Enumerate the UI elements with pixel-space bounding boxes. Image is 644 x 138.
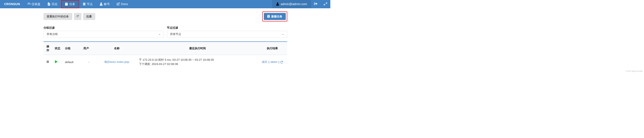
node-filter-value: 所有节点 (170, 32, 181, 36)
svg-rect-2 (85, 5, 86, 5)
result-status-link[interactable]: 成功 (262, 60, 267, 64)
main-content: 查看执行中的任务 批量 新建任务 分组过滤 所有分组 (0, 8, 330, 69)
settings-button[interactable] (320, 0, 330, 8)
user-email: admin@admin.com (281, 2, 307, 6)
cell-user: - (82, 55, 96, 69)
nav-account[interactable]: 账号 (96, 0, 113, 8)
tasks-table-wrap: 操作 状态 分组 用户 名称 最近执行时间 执行结果 (44, 41, 287, 69)
node-filter-dropdown[interactable]: 所有节点 (167, 31, 287, 38)
nav-nodes[interactable]: 节点 (79, 0, 96, 8)
file-icon (48, 2, 50, 5)
view-running-tasks-label: 查看执行中的任务 (47, 15, 69, 18)
th-group: 分组 (63, 42, 82, 55)
nav-tasks-label: 任务 (69, 2, 75, 6)
batch-button[interactable]: 批量 (83, 13, 95, 20)
bars-icon[interactable] (46, 61, 49, 64)
dashboard-icon (28, 2, 30, 5)
nav-logs-label: 日志 (52, 2, 58, 6)
group-filter-label: 分组过滤 (44, 26, 164, 30)
batch-label: 批量 (86, 15, 92, 18)
refresh-button[interactable] (74, 13, 82, 20)
sitemap-icon (83, 2, 86, 5)
nav-docs-label: Docs (121, 2, 128, 6)
nav-dashboard-label: 仪表盘 (32, 2, 40, 6)
brand-logo: CRONSUN (0, 2, 24, 6)
node-filter: 节点过滤 所有节点 (167, 26, 287, 38)
create-task-label: 新建任务 (271, 15, 282, 18)
view-running-tasks-button[interactable]: 查看执行中的任务 (44, 13, 72, 20)
th-status: 状态 (53, 42, 63, 55)
th-op: 操作 (44, 42, 53, 55)
table-row: default - 项目test1-index.php 于 172.23.0.1… (44, 55, 287, 69)
tasks-table: 操作 状态 分组 用户 名称 最近执行时间 执行结果 (44, 42, 287, 69)
logout-button[interactable] (311, 0, 320, 8)
nav-nodes-label: 节点 (87, 2, 93, 6)
group-filter-dropdown[interactable]: 所有分组 (44, 31, 164, 38)
create-task-highlight: 新建任务 (262, 11, 287, 21)
nav-account-label: 账号 (104, 2, 110, 6)
top-navigation: CRONSUN 仪表盘 日志 任务 节点 账号 Docs (0, 0, 330, 8)
calendar-icon (65, 2, 68, 5)
result-latest-link[interactable]: latest (270, 60, 277, 64)
caret-down-icon (282, 33, 284, 36)
th-result: 执行结果 (258, 42, 287, 55)
group-filter-value: 所有分组 (47, 32, 58, 36)
caret-down-icon (159, 33, 160, 36)
nav-tasks[interactable]: 任务 (61, 0, 79, 8)
nav-dashboard[interactable]: 仪表盘 (24, 0, 44, 8)
th-name: 名称 (96, 42, 138, 55)
task-name-link[interactable]: 项目test1-index.php (104, 60, 129, 64)
nav-docs[interactable]: Docs (113, 0, 132, 8)
cogs-icon (324, 2, 327, 6)
pipe-separator: | (278, 60, 280, 64)
last-exec-line2: 下个调度: 2024-03-27 02:08:36 (139, 62, 256, 66)
th-user: 用户 (82, 42, 96, 55)
refresh-icon (76, 15, 79, 18)
svg-rect-0 (84, 3, 84, 3)
user-icon (100, 2, 103, 5)
table-header-row: 操作 状态 分组 用户 名称 最近执行时间 执行结果 (44, 42, 287, 55)
node-filter-label: 节点过滤 (167, 26, 287, 30)
external-link-icon (117, 2, 120, 5)
toolbar: 查看执行中的任务 批量 新建任务 (44, 11, 287, 21)
create-task-button[interactable]: 新建任务 (264, 13, 286, 20)
pipe-separator: | (268, 60, 270, 64)
sign-out-icon (314, 2, 317, 6)
calendar-plus-icon (267, 15, 270, 18)
user-icon (276, 2, 279, 5)
user-menu[interactable]: admin@admin.com (272, 0, 311, 8)
nav-right: admin@admin.com (272, 0, 330, 8)
play-icon[interactable] (55, 61, 58, 64)
last-exec-line1: 于 172.23.0.10 耗时 5 ms, 03-27 10:08:35 ~ … (139, 58, 256, 62)
group-filter: 分组过滤 所有分组 (44, 26, 164, 38)
filters: 分组过滤 所有分组 节点过滤 所有节点 (44, 26, 287, 38)
reload-icon[interactable] (280, 61, 283, 64)
cell-group: default (63, 55, 82, 69)
svg-rect-1 (83, 5, 84, 5)
th-time: 最近执行时间 (138, 42, 258, 55)
nav-logs[interactable]: 日志 (44, 0, 61, 8)
